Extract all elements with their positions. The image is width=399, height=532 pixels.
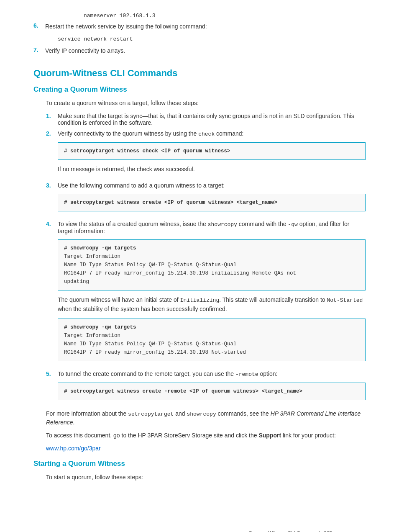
starting-intro: To start a quorum, follow these steps: — [46, 473, 366, 482]
creating-step3: 3. Use the following command to add a qu… — [46, 182, 366, 216]
code-block-2-text: # setrcopytarget witness create <IP of q… — [64, 200, 277, 206]
creating-step2-num: 2. — [46, 130, 54, 178]
creating-step1-num: 1. — [46, 113, 54, 126]
step6-text: Restart the network service by issuing t… — [45, 22, 366, 31]
top-code-nameserver: nameserver 192.168.1.3 — [33, 13, 366, 19]
section-heading: Quorum-Witness CLI Commands — [33, 68, 366, 79]
creating-step2-code: check — [198, 131, 215, 137]
creating-step4-text-pre: To view the status of a created quorum w… — [58, 221, 208, 227]
creating-step5-code: -remote — [235, 371, 258, 378]
check-result-text: If no message is returned, the check was… — [58, 165, 366, 174]
hp-link[interactable]: www.hp.com/go/3par — [46, 445, 101, 452]
step6-number: 6. — [33, 22, 42, 42]
creating-step1: 1. Make sure that the target is sync—tha… — [46, 113, 366, 126]
creating-step4-code2: -qw — [288, 221, 297, 228]
page-footer: Quorum-Witness CLI Commands 265 — [248, 530, 332, 532]
creating-step4-text-container: To view the status of a created quorum w… — [58, 221, 366, 234]
creating-step5-text-container: To tunnel the create command to the remo… — [58, 370, 366, 378]
more-info-para: For more information about the setrcopyt… — [46, 409, 366, 427]
creating-step1-text: Make sure that the target is sync—that i… — [58, 113, 354, 126]
code-block-3-line1: # showrcopy -qw targets — [64, 244, 359, 252]
code-block-2: # setrcopytarget witness create <IP of q… — [58, 194, 366, 211]
initializing-text: The quorum witness will have an initial … — [58, 296, 366, 314]
hp-link-container[interactable]: www.hp.com/go/3par — [46, 444, 366, 453]
code-block-4-line4: RC164IP 7 IP ready mirror_config 15.214.… — [64, 348, 359, 357]
creating-step5-text-pre: To tunnel the create command to the remo… — [58, 370, 235, 377]
creating-step3-text: Use the following command to add a quoru… — [58, 182, 366, 189]
code-block-4-line2: Target Information — [64, 332, 359, 340]
creating-step4-text-mid: command with the — [237, 221, 288, 227]
code-block-1: # setrcopytarget witness check <IP of qu… — [58, 142, 366, 160]
step6-code: service network restart — [58, 36, 133, 42]
creating-subheading: Creating a Quorum Witness — [33, 85, 366, 94]
creating-step2-text-pre: Verify connectivity to the quorum witnes… — [58, 130, 198, 137]
code-block-5: # setrcopytarget witness create -remote … — [58, 383, 366, 400]
step6-item: 6. Restart the network service by issuin… — [33, 22, 366, 42]
code-block-3-line3: Name ID Type Status Policy QW-IP Q-Statu… — [64, 261, 359, 269]
creating-step3-num: 3. — [46, 182, 54, 216]
step7-number: 7. — [33, 46, 42, 59]
code-block-5-text: # setrcopytarget witness create -remote … — [64, 388, 302, 394]
creating-step4: 4. To view the status of a created quoru… — [46, 221, 366, 366]
code-block-4-line1: # showrcopy -qw targets — [64, 323, 359, 332]
code-block-3-line2: Target Information — [64, 252, 359, 261]
creating-step2: 2. Verify connectivity to the quorum wit… — [46, 130, 366, 178]
code-block-4-line3: Name ID Type Status Policy QW-IP Q-Statu… — [64, 340, 359, 348]
step7-item: 7. Verify IP connectivity to arrays. — [33, 46, 366, 59]
starting-subheading: Starting a Quorum Witness — [33, 460, 366, 468]
creating-step5-num: 5. — [46, 370, 54, 405]
creating-intro: To create a quorum witness on a target, … — [46, 99, 366, 108]
creating-step4-num: 4. — [46, 221, 54, 366]
code-block-1-text: # setrcopytarget witness check <IP of qu… — [64, 148, 230, 154]
code-block-3: # showrcopy -qw targets Target Informati… — [58, 239, 366, 290]
creating-step4-code1: showrcopy — [208, 221, 237, 228]
creating-step2-text-post: command: — [215, 130, 243, 137]
step7-text: Verify IP connectivity to arrays. — [45, 46, 366, 55]
code-block-3-line5: updating — [64, 278, 359, 286]
code-block-3-line4: RC164IP 7 IP ready mirror_config 15.214.… — [64, 269, 359, 278]
creating-step5: 5. To tunnel the create command to the r… — [46, 370, 366, 405]
access-para: To access this document, go to the HP 3P… — [46, 431, 366, 440]
creating-step5-text-post: option: — [258, 370, 278, 377]
code-block-4: # showrcopy -qw targets Target Informati… — [58, 319, 366, 361]
